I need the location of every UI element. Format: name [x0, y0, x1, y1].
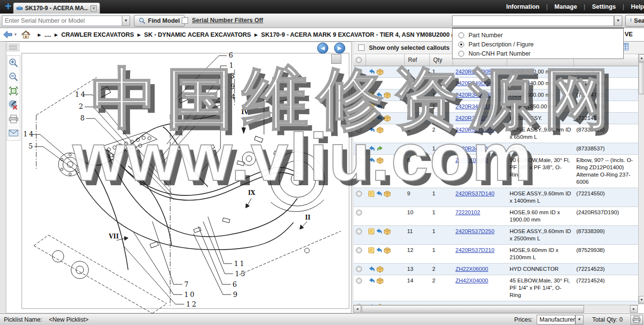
diagram-callout-8[interactable]: 8: [80, 114, 86, 122]
note-icon[interactable]: [368, 228, 374, 235]
zoom-out-icon[interactable]: [8, 72, 19, 82]
row-expand-cell[interactable]: [353, 264, 366, 275]
part-number-link[interactable]: 2420R537D250: [455, 228, 495, 234]
diagram-callout-7[interactable]: 7: [184, 281, 190, 288]
print-icon[interactable]: [8, 114, 19, 124]
expand-row-icon[interactable]: [356, 278, 362, 284]
row-expand-cell[interactable]: [353, 188, 366, 207]
package-icon[interactable]: [377, 157, 383, 164]
exploded-parts-diagram[interactable]: 6139413142814571012111569 IVIXIIVII: [7, 43, 351, 313]
expand-row-icon[interactable]: [356, 228, 362, 235]
expand-row-icon[interactable]: [356, 127, 362, 133]
part-number-link[interactable]: 2420R537D140: [455, 191, 495, 196]
diagram-callout-14[interactable]: 14: [23, 130, 35, 138]
diagram-callout-15[interactable]: 15: [235, 270, 247, 278]
diagram-callout-2[interactable]: 2: [79, 103, 85, 110]
table-row[interactable]: 622420R537D065HOSE ASSY.,9.60mm ID x 650…: [353, 124, 638, 143]
table-row[interactable]: 412420R349D185HOSE,1850.00 mm(87521521): [353, 101, 638, 113]
row-expand-cell[interactable]: [353, 78, 366, 89]
tab-close-icon[interactable]: ×: [90, 5, 97, 12]
table-row[interactable]: 1112420R537D250HOSE ASSY.,9.60mm ID x 25…: [353, 226, 638, 245]
where-used-arrow-icon[interactable]: [376, 103, 382, 110]
diagram-callout-6[interactable]: 6: [229, 51, 234, 59]
picklist-name-value[interactable]: <New Picklist>: [49, 316, 88, 323]
print-picklist-icon[interactable]: [630, 315, 643, 325]
package-icon[interactable]: [377, 69, 383, 75]
horizontal-scroll-thumb[interactable]: [362, 305, 584, 313]
expand-row-icon[interactable]: [356, 146, 362, 152]
part-number-link[interactable]: 2420R349D060: [455, 92, 495, 98]
package-icon[interactable]: [377, 278, 383, 284]
where-used-arrow-icon[interactable]: [376, 115, 382, 121]
part-number-link[interactable]: ZH32X06000: [455, 157, 488, 163]
qty-header-cell[interactable]: Qty: [430, 54, 453, 66]
where-used-arrow-icon[interactable]: [368, 127, 375, 133]
package-icon[interactable]: [384, 115, 391, 122]
radio-icon[interactable]: [458, 42, 464, 47]
where-used-arrow-icon[interactable]: [368, 146, 375, 152]
row-expand-cell[interactable]: [353, 301, 366, 305]
email-icon[interactable]: [8, 128, 19, 138]
row-expand-cell[interactable]: [353, 124, 366, 143]
table-row[interactable]: 142ZH42X0400045 ELBOW,Male, 30° Fl, PF 1…: [353, 275, 638, 301]
part-number-link[interactable]: 2420R349D055: [455, 69, 495, 74]
diagram-callout-12[interactable]: 12: [186, 300, 198, 308]
note-icon[interactable]: [368, 92, 374, 98]
fit-to-window-icon[interactable]: [8, 86, 19, 96]
table-row[interactable]: 512420R349D230HOSE ASSY.(72214547): [353, 113, 638, 124]
vertical-scrollbar[interactable]: ▲ ▼: [638, 54, 644, 305]
part-number-link[interactable]: 2420R349D185: [455, 103, 495, 109]
breadcrumb-item[interactable]: CRAWLER EXCAVATORS: [61, 31, 134, 38]
expand-all-header-cell[interactable]: [353, 54, 366, 66]
where-used-arrow-icon[interactable]: [376, 228, 382, 235]
overview-thumbnail-toggle[interactable]: [331, 54, 341, 64]
package-icon[interactable]: [377, 266, 383, 273]
menu-item-information[interactable]: Information: [499, 3, 546, 10]
expand-row-icon[interactable]: [356, 209, 362, 216]
radio-icon[interactable]: [458, 51, 464, 57]
where-used-arrow-icon[interactable]: [368, 69, 375, 75]
back-history-caret-icon[interactable]: ▼: [14, 32, 17, 37]
prices-dropdown-icon[interactable]: ▼: [575, 315, 584, 325]
package-icon[interactable]: [377, 127, 383, 133]
table-row[interactable]: 212420R349D044HOSE,440.00 mm(87574225): [353, 78, 638, 89]
table-row[interactable]: 712420R349D100HOSE,(87338537): [353, 143, 638, 155]
where-used-arrow-icon[interactable]: [368, 157, 375, 163]
where-used-arrow-icon[interactable]: [376, 191, 382, 197]
part-number-link[interactable]: 72220102: [455, 209, 480, 215]
package-icon[interactable]: [384, 247, 391, 254]
expand-row-icon[interactable]: [356, 191, 362, 197]
diagram-callout-1[interactable]: 1: [229, 61, 235, 69]
diagram-callout-14[interactable]: 14: [75, 90, 87, 98]
diagram-callout-10[interactable]: 10: [184, 291, 196, 298]
ref-header-cell[interactable]: Ref: [405, 54, 430, 66]
table-row[interactable]: 912420R537D140HOSE ASSY.,9.60mm ID x 140…: [353, 188, 638, 207]
next-figure-button[interactable]: ▶: [334, 43, 345, 54]
diagram-callout-9[interactable]: 9: [231, 83, 236, 90]
row-expand-cell[interactable]: [353, 207, 366, 225]
where-used-arrow-icon[interactable]: [376, 92, 382, 98]
search-type-option[interactable]: Non-CNH Part Number: [453, 49, 623, 58]
search-button[interactable]: Search: [625, 15, 644, 27]
breadcrumb-item[interactable]: ....: [44, 31, 51, 38]
part-number-link[interactable]: 2420R349D044: [455, 80, 495, 86]
note-icon[interactable]: [368, 103, 374, 110]
back-arrow-icon[interactable]: [3, 30, 13, 39]
row-expand-cell[interactable]: [353, 245, 366, 263]
home-icon[interactable]: [21, 30, 30, 39]
diagram-callout-9[interactable]: 9: [233, 291, 239, 298]
menu-item-manage[interactable]: Manage: [548, 3, 584, 10]
row-expand-cell[interactable]: [353, 101, 366, 112]
expand-row-icon[interactable]: [356, 157, 362, 163]
scroll-up-icon[interactable]: ▲: [639, 54, 644, 62]
breadcrumb-item[interactable]: SK170-9 - ACERA MARK 9 EXCAVATOR - TIER …: [261, 31, 469, 38]
go-to-figure-arrow-icon[interactable]: [368, 80, 375, 87]
where-used-arrow-icon[interactable]: [376, 247, 382, 253]
package-icon[interactable]: [384, 92, 391, 99]
note-icon[interactable]: [368, 191, 374, 197]
go-to-figure-arrow-icon[interactable]: [377, 146, 383, 152]
scroll-right-icon[interactable]: ►: [630, 305, 638, 313]
expand-row-icon[interactable]: [356, 69, 362, 75]
menu-item-settings[interactable]: Settings: [585, 3, 622, 10]
tab-sk170-9[interactable]: SK170-9 - ACERA MA... ×: [13, 2, 100, 14]
